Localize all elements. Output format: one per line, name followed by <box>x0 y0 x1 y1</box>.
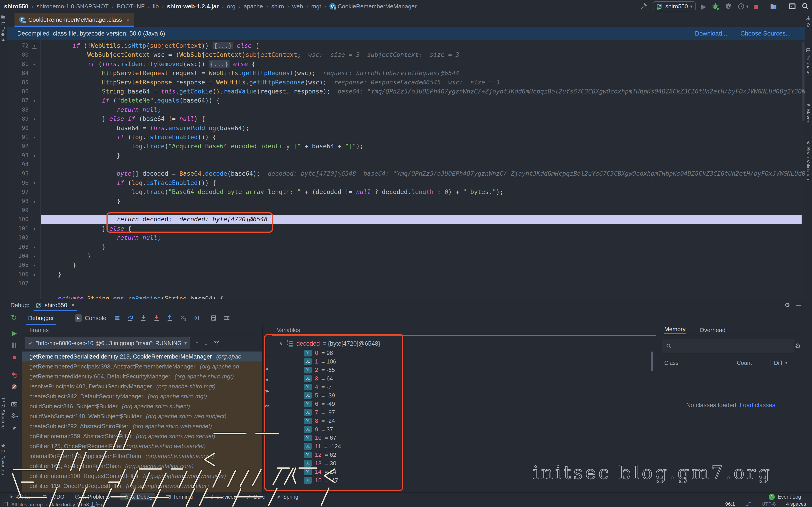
code-line[interactable]: 105▴ } <box>7 261 805 270</box>
code-line[interactable]: 85 HttpServletResponse response = WebUti… <box>7 78 805 87</box>
code-line[interactable]: 87▾ if ("deleteMe".equals(base64)) { <box>7 96 805 105</box>
frame-row[interactable]: internalDoFilter:193, ApplicationFilterC… <box>22 451 262 461</box>
frame-row[interactable]: doFilterInternal:100, RequestContextFilt… <box>22 471 262 481</box>
breadcrumb-item[interactable]: web <box>292 3 303 10</box>
build-hammer-icon[interactable] <box>640 2 648 10</box>
fold-marker-icon[interactable]: ▴ <box>30 270 39 279</box>
code-line[interactable]: 103▴ } <box>7 242 805 251</box>
tab-overhead[interactable]: Overhead <box>700 327 725 334</box>
sidebar-item-ant[interactable]: Ant <box>806 16 811 30</box>
gear-icon[interactable]: ⚙ <box>784 301 790 309</box>
breadcrumb-item[interactable]: mgt <box>311 3 321 10</box>
code-line[interactable]: 106▴ } <box>7 270 805 279</box>
line-number[interactable]: 102 <box>7 233 29 242</box>
tab-console[interactable]: ▸ Console <box>75 311 106 325</box>
line-number[interactable]: 95 <box>7 169 29 178</box>
variable-row[interactable]: 018= -24 <box>272 417 656 425</box>
frame-row[interactable]: buildWebSubject:148, WebSubject$Builder … <box>22 411 262 421</box>
memory-settings-gear-icon[interactable]: ⚙ <box>795 342 801 350</box>
caret-position[interactable]: 96:1 <box>725 501 735 507</box>
debug-settings-gear-icon[interactable]: ⚙▾ <box>11 413 18 420</box>
code-line[interactable]: 94 <box>7 160 805 169</box>
thread-dump-icon[interactable] <box>11 401 17 407</box>
toolwindow-button-debug[interactable]: 5: Debug <box>120 493 155 500</box>
breadcrumb-item[interactable]: shirodemo-1.0-SNAPSHOT <box>37 3 108 10</box>
line-number[interactable]: 90 <box>7 124 29 133</box>
breadcrumb-item[interactable]: shiro550 <box>4 3 28 10</box>
fold-marker-icon[interactable]: ▴ <box>30 242 39 251</box>
breadcrumb-item[interactable]: lib <box>153 3 159 10</box>
line-number[interactable]: 99 <box>7 206 29 215</box>
variable-row[interactable]: 0110= 67 <box>272 434 656 442</box>
fold-marker-icon[interactable]: ▴ <box>30 151 39 160</box>
coverage-button[interactable] <box>725 3 732 10</box>
line-number[interactable]: 98 <box>7 197 29 206</box>
code-editor[interactable]: 72+ if (!WebUtils.isHttp(subjectContext)… <box>7 40 805 299</box>
line-number[interactable]: 100 <box>7 215 29 224</box>
fold-marker-icon[interactable]: ▾ <box>30 224 39 233</box>
file-encoding[interactable]: UTF-8 <box>762 501 776 507</box>
resume-icon[interactable]: ▶ <box>11 330 17 337</box>
toolwindow-button-run[interactable]: 4: Run <box>9 493 32 500</box>
move-down-icon[interactable]: ▼ <box>265 378 269 383</box>
variable-row[interactable]: 016= -49 <box>272 400 656 408</box>
search-everywhere-icon[interactable] <box>802 2 809 10</box>
add-watch-icon[interactable]: + <box>265 337 269 344</box>
tab-debugger[interactable]: Debugger <box>26 311 56 325</box>
frame-row[interactable]: getRememberedSerializedIdentity:219, Coo… <box>22 351 262 361</box>
line-number[interactable]: 101 <box>7 224 29 233</box>
frame-row[interactable]: resolvePrincipals:492, DefaultSecurityMa… <box>22 381 262 391</box>
toolwindow-button-terminal[interactable]: Terminal <box>166 493 193 500</box>
thread-selector[interactable]: ✓ "http-nio-8080-exec-10"@6...3 in group… <box>25 337 190 349</box>
mute-breakpoints-icon[interactable] <box>11 383 17 390</box>
hide-icon[interactable]: ─ <box>796 302 801 309</box>
variable-row[interactable]: 0112= 62 <box>272 451 656 459</box>
code-line[interactable]: 92 log.trace("Acquired Base64 encoded id… <box>7 142 805 151</box>
duplicate-icon[interactable] <box>264 390 270 395</box>
sidebar-item-structure[interactable]: 7: Structure <box>0 397 6 429</box>
code-line[interactable]: 102 return null; <box>7 233 805 242</box>
next-frame-icon[interactable]: ↓ <box>205 340 208 347</box>
line-number[interactable]: 96 <box>7 178 29 187</box>
sidebar-item-bean[interactable]: Bean Validation <box>806 140 811 180</box>
code-line[interactable]: 93▴ } <box>7 151 805 160</box>
line-number[interactable]: 84 <box>7 69 29 78</box>
code-line[interactable]: 80 WebSubjectContext wsc = (WebSubjectCo… <box>7 50 805 59</box>
code-line[interactable]: 95 byte[] decoded = Base64.decode(base64… <box>7 169 805 178</box>
line-number[interactable]: 81 <box>7 60 29 69</box>
tab-memory[interactable]: Memory <box>664 326 686 334</box>
sidebar-item-database[interactable]: Database <box>806 48 811 75</box>
code-line[interactable]: 96▾ if (log.isTraceEnabled()) { <box>7 178 805 187</box>
variable-row[interactable]: 0114= 14 <box>272 468 656 476</box>
step-over-icon[interactable] <box>126 314 134 322</box>
fold-marker-icon[interactable]: ▴ <box>30 251 39 261</box>
download-link[interactable]: Download... <box>695 30 727 37</box>
project-structure-icon[interactable] <box>770 2 777 10</box>
variable-row[interactable]: 019= 37 <box>272 425 656 434</box>
breadcrumb-item[interactable]: CCookieRememberMeManager <box>329 3 417 10</box>
run-configuration-select[interactable]: shiro550 ▾ <box>653 1 696 11</box>
code-line[interactable]: 97 log.trace("Base64 decoded byte array … <box>7 187 805 196</box>
sidebar-item-favorites[interactable]: 2: Favorites <box>0 443 6 475</box>
line-number[interactable]: 80 <box>7 50 29 59</box>
evaluate-expression-icon[interactable] <box>210 314 217 322</box>
line-number[interactable]: 89 <box>7 114 29 123</box>
toolwindow-button-spring[interactable]: Spring <box>276 493 298 500</box>
code-line[interactable]: 90 base64 = this.ensurePadding(base64); <box>7 124 805 133</box>
code-line[interactable]: 99 <box>7 206 805 215</box>
frame-row[interactable]: doFilter:125, OncePerRequestFilter (org.… <box>22 441 262 451</box>
line-number[interactable]: 107 <box>7 279 29 288</box>
code-line[interactable]: 91▾ if (log.isTraceEnabled()) { <box>7 133 805 142</box>
frame-row[interactable]: getRememberedIdentity:604, DefaultSecuri… <box>22 372 262 381</box>
code-line[interactable]: 104▴ } <box>7 251 805 261</box>
editor-tab[interactable]: C CookieRememberMeManager.class × <box>14 13 134 27</box>
variable-row[interactable]: 011= 106 <box>272 357 656 366</box>
step-into-icon[interactable] <box>140 314 147 322</box>
code-line[interactable]: 107 <box>7 279 805 288</box>
indent-setting[interactable]: 4 spaces <box>786 501 806 507</box>
memory-search-input[interactable] <box>674 342 790 350</box>
line-number[interactable]: 97 <box>7 187 29 196</box>
run-anything-icon[interactable] <box>789 2 796 10</box>
line-number[interactable]: 105 <box>7 261 29 270</box>
line-number[interactable]: 72 <box>7 41 29 50</box>
